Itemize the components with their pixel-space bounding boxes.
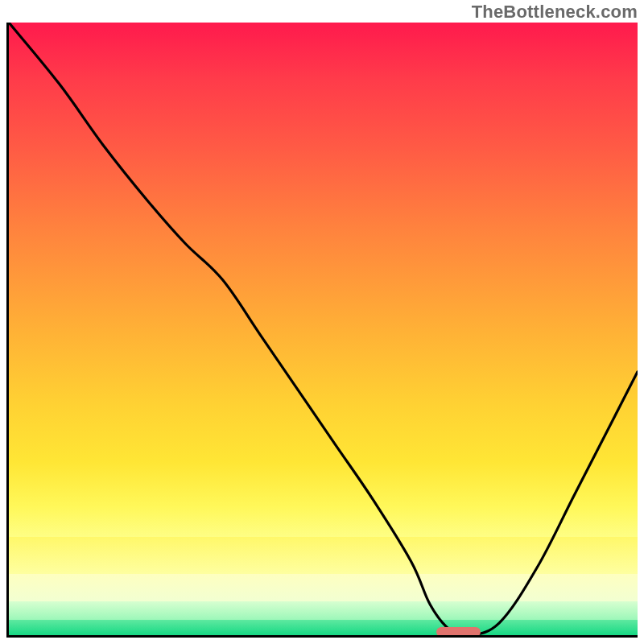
chart-frame: TheBottleneck.com [0,0,644,644]
curve-path [9,23,638,635]
plot-area [6,23,638,638]
optimal-marker [436,627,481,637]
bottleneck-curve [9,23,638,635]
watermark-text: TheBottleneck.com [472,2,638,23]
